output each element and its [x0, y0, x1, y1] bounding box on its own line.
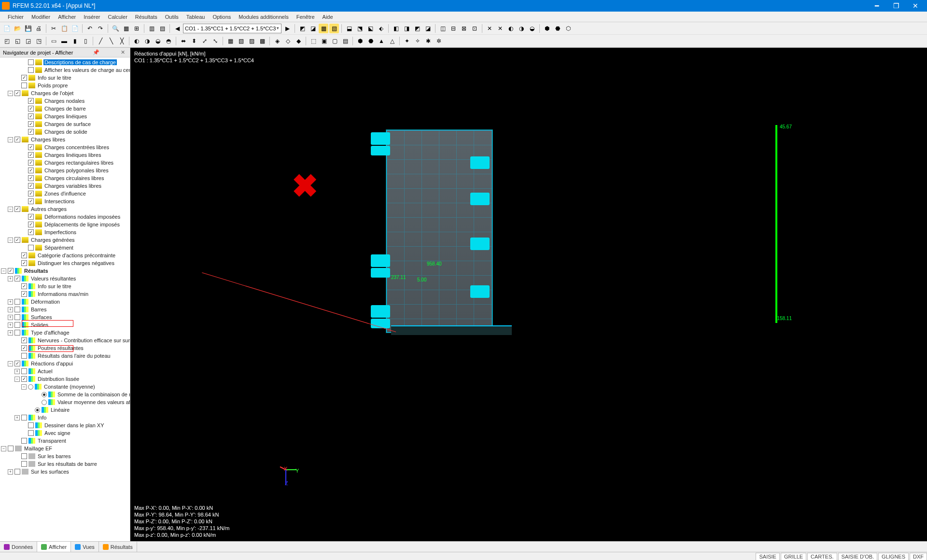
tree-item[interactable]: Séparément: [0, 244, 130, 252]
expand-icon[interactable]: +: [8, 469, 13, 475]
tree-item[interactable]: Déplacements de ligne imposés: [0, 221, 130, 228]
copy-icon[interactable]: 📋: [59, 24, 69, 33]
collapse-icon[interactable]: −: [1, 268, 6, 274]
tree-item[interactable]: Sur les barres: [0, 452, 130, 460]
tree-item[interactable]: +Barres: [0, 306, 130, 313]
tree-item[interactable]: Descriptions de cas de charge: [0, 58, 130, 66]
expand-icon[interactable]: +: [8, 307, 13, 312]
toolbar-icon[interactable]: ◒: [153, 36, 163, 46]
toolbar-icon[interactable]: ◩: [297, 24, 307, 33]
tree-item[interactable]: Informations max/min: [0, 290, 130, 298]
toolbar-icon[interactable]: ◓: [164, 36, 173, 46]
status-dxf[interactable]: DXF: [910, 553, 927, 560]
tree-item-resultats[interactable]: −Résultats: [0, 267, 130, 275]
toolbar-icon[interactable]: ▣: [319, 36, 329, 46]
toolbar-icon[interactable]: △: [387, 36, 397, 46]
tree-item[interactable]: Charges linéiques: [0, 112, 130, 120]
tree-item[interactable]: Charges de solide: [0, 128, 130, 136]
toolbar-icon[interactable]: ▨: [247, 36, 256, 46]
toolbar-icon[interactable]: ╳: [117, 36, 126, 46]
collapse-icon[interactable]: −: [8, 137, 13, 142]
toolbar-icon[interactable]: ▮: [70, 36, 80, 46]
tab-vues[interactable]: Vues: [71, 542, 99, 552]
tree-item[interactable]: Poutres résultantes: [0, 344, 130, 352]
menu-inserer[interactable]: Insérer: [80, 13, 104, 21]
tree-item[interactable]: Imperfections: [0, 228, 130, 236]
toolbar-icon[interactable]: ◳: [34, 36, 43, 46]
collapse-icon[interactable]: −: [8, 207, 13, 212]
toolbar-icon[interactable]: ✱: [423, 36, 433, 46]
expand-icon[interactable]: +: [14, 369, 20, 374]
toolbar-icon[interactable]: ✕: [495, 24, 505, 33]
menu-modifier[interactable]: Modifier: [28, 13, 54, 21]
toolbar-icon[interactable]: ◨: [402, 24, 411, 33]
tree-item-distribution-lissee[interactable]: −Distribution lissée: [0, 375, 130, 383]
toolbar-icon[interactable]: ◧: [391, 24, 401, 33]
loadcase-next-icon[interactable]: ▶: [282, 24, 292, 33]
collapse-icon[interactable]: −: [8, 361, 13, 366]
save-icon[interactable]: 💾: [23, 24, 33, 33]
open-icon[interactable]: 📂: [13, 24, 22, 33]
toolbar-icon[interactable]: ▥: [147, 24, 156, 33]
tree-item[interactable]: +Surfaces: [0, 313, 130, 321]
toolbar-icon[interactable]: ▤: [340, 36, 350, 46]
menu-aide[interactable]: Aide: [319, 13, 337, 21]
toolbar-icon[interactable]: ╲: [106, 36, 116, 46]
toolbar-icon[interactable]: ▭: [49, 36, 58, 46]
tree-item[interactable]: Résultats dans l'aire du poteau: [0, 352, 130, 360]
toolbar-icon[interactable]: ⊟: [449, 24, 458, 33]
minimize-button[interactable]: ━: [867, 0, 886, 12]
toolbar-icon[interactable]: ◪: [423, 24, 433, 33]
tree-item[interactable]: Charges variables libres: [0, 182, 130, 190]
redo-icon[interactable]: ↷: [96, 24, 105, 33]
toolbar-icon[interactable]: ◲: [23, 36, 33, 46]
undo-icon[interactable]: ↶: [85, 24, 95, 33]
toolbar-icon[interactable]: ◑: [142, 36, 152, 46]
toolbar-icon[interactable]: ⬢: [542, 24, 552, 33]
tree-item[interactable]: +Info: [0, 414, 130, 421]
close-button[interactable]: ✕: [906, 0, 925, 12]
toolbar-icon[interactable]: ⤢: [200, 36, 210, 46]
tree-item[interactable]: Info sur le titre: [0, 74, 130, 82]
toolbar-icon[interactable]: ▩: [257, 36, 267, 46]
menu-fichier[interactable]: Fichier: [4, 13, 28, 21]
panel-close-icon[interactable]: ✕: [119, 49, 127, 56]
collapse-icon[interactable]: −: [1, 446, 6, 451]
toolbar-icon[interactable]: ▢: [330, 36, 339, 46]
collapse-icon[interactable]: −: [21, 384, 27, 390]
toolbar-icon[interactable]: ◰: [2, 36, 12, 46]
tree-item-lineaire[interactable]: Linéaire: [0, 406, 130, 414]
toolbar-icon[interactable]: ◇: [283, 36, 293, 46]
toolbar-icon[interactable]: ⬢: [355, 36, 365, 46]
tree-item[interactable]: Charges nodales: [0, 97, 130, 105]
menu-resultats[interactable]: Résultats: [131, 13, 161, 21]
menu-afficher[interactable]: Afficher: [54, 13, 80, 21]
toolbar-icon[interactable]: ⬚: [309, 36, 318, 46]
tree-item-constante[interactable]: −Constante (moyenne): [0, 383, 130, 391]
tree-item[interactable]: Poids propre: [0, 82, 130, 89]
menu-fenetre[interactable]: Fenêtre: [293, 13, 319, 21]
toolbar-icon[interactable]: ✦: [402, 36, 412, 46]
viewport-3d[interactable]: Réactions d'appui [kN], [kN/m] CO1 : 1.3…: [130, 48, 927, 541]
status-cartes[interactable]: CARTES.: [807, 553, 837, 560]
tree-item[interactable]: Nervures - Contribution efficace sur sur…: [0, 336, 130, 344]
toolbar-icon[interactable]: ╱: [96, 36, 105, 46]
toolbar-icon[interactable]: ⬣: [553, 24, 562, 33]
toolbar-icon[interactable]: ⬣: [366, 36, 376, 46]
toolbar-icon[interactable]: ⊠: [459, 24, 469, 33]
tree-item[interactable]: +Type d'affichage: [0, 329, 130, 336]
tree-item[interactable]: Charges concentrées libres: [0, 143, 130, 151]
menu-tableau[interactable]: Tableau: [183, 13, 209, 21]
expand-icon[interactable]: +: [8, 299, 13, 305]
collapse-icon[interactable]: −: [14, 377, 20, 382]
tree-item[interactable]: Info sur le titre: [0, 282, 130, 290]
toolbar-icon[interactable]: ▤: [157, 24, 167, 33]
tree-item[interactable]: Intersections: [0, 197, 130, 205]
toolbar-icon[interactable]: ▬: [59, 36, 69, 46]
toolbar-icon[interactable]: ▦: [319, 24, 328, 33]
tree-item[interactable]: Zones d'influence: [0, 190, 130, 197]
toolbar-icon[interactable]: ▲: [377, 36, 386, 46]
menu-options[interactable]: Options: [209, 13, 235, 21]
tree-item-somme[interactable]: Somme de la combinaison de résultats: [0, 391, 130, 398]
toolbar-icon[interactable]: ◪: [308, 24, 318, 33]
